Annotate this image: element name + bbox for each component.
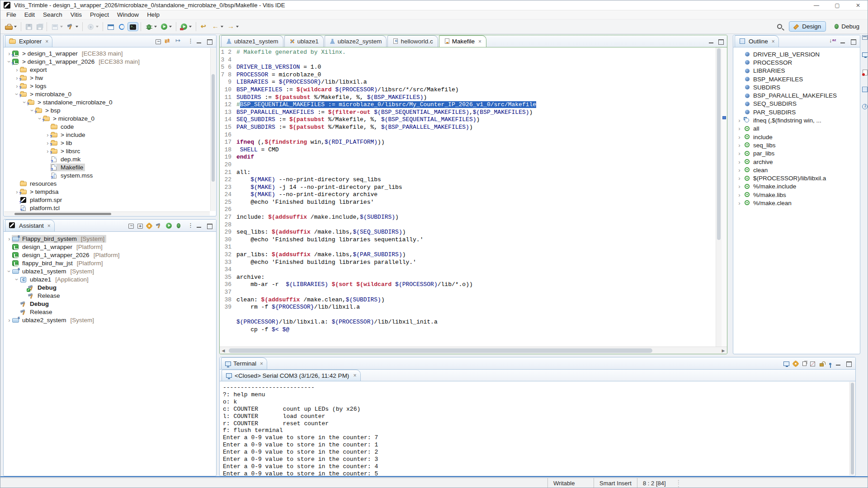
tree-item-flappy-bird-hw-jst[interactable]: ›flappy_bird_hw_jst[Platform] [4,259,210,267]
expander-icon[interactable]: › [7,269,12,274]
outline-item-subdirs[interactable]: ›SUBDIRS [734,83,859,91]
tree-item-microblaze-0[interactable]: ›> microblaze_0 [4,90,210,98]
menu-file[interactable]: File [2,10,20,19]
maximize-icon[interactable] [850,38,857,44]
dropdown-caret-icon[interactable] [96,26,99,28]
expander-icon[interactable]: › [14,277,19,282]
maximize-window-button[interactable]: ▢ [827,0,848,10]
debug-icon[interactable] [177,223,180,228]
close-window-button[interactable]: ✕ [848,0,868,10]
explorer-horizontal-scrollbar[interactable] [4,211,210,216]
tree-item-design-1-wrapper[interactable]: ›> design_1_wrapper[ECE383 main] [4,49,210,57]
outline-item-all[interactable]: ›all [734,125,859,133]
close-icon[interactable]: × [772,38,775,45]
run-button[interactable] [159,22,173,31]
design-perspective-button[interactable]: Design [789,22,826,31]
editor-tab-ublaze1[interactable]: ublaze1 [284,35,324,47]
scroll-left-arrow-icon[interactable]: ◀ [220,348,227,353]
minimize-icon[interactable] [840,38,846,44]
open-terminal-icon[interactable] [783,361,789,366]
outline-item-archive[interactable]: ›archive [734,158,859,166]
maximize-icon[interactable] [845,360,852,366]
menu-project[interactable]: Project [86,10,113,19]
sort-icon[interactable] [829,38,836,44]
dropdown-caret-icon[interactable] [75,26,78,28]
terminal-output[interactable]: -------------------------- ?: help menu … [220,382,849,475]
tree-item-dep-mk[interactable]: ›dep.mk [4,155,210,163]
tree-item-hw[interactable]: ›> hw [4,74,210,82]
editor-code-area[interactable]: # Makefile generated by Xilinx. DRIVER_L… [234,47,716,347]
strip-problems-view-icon[interactable] [861,69,868,76]
terminal-vertical-scrollbar[interactable] [849,382,855,475]
editor-tab-ublaze1-system[interactable]: ublaze1_system [221,35,283,47]
terminal-tab[interactable]: Terminal × [221,357,267,369]
close-icon[interactable]: × [478,38,481,45]
outline-item-processor[interactable]: ›PROCESSOR [734,58,859,66]
console-view-button[interactable] [106,23,116,31]
save-button[interactable] [24,22,34,31]
view-menu-icon[interactable] [185,38,192,44]
expander-icon[interactable]: › [737,135,742,140]
outline-item-par-libs[interactable]: ›par_libs [734,150,859,158]
build-button[interactable] [65,22,80,31]
save-all-button[interactable] [35,22,44,31]
expander-icon[interactable]: › [737,126,742,131]
collapse-all-icon[interactable] [156,39,161,44]
tree-item-debug[interactable]: ›Debug [4,300,210,308]
outline-item-make-libs[interactable]: ›%/make.libs [734,191,859,199]
dropdown-caret-icon[interactable] [189,26,192,28]
outline-item-seq-subdirs[interactable]: ›SEQ_SUBDIRS [734,100,859,108]
focus-icon[interactable] [175,38,182,44]
outline-item-ifneq-findstring-win[interactable]: ›ifneq (,$(findstring win, ... [734,116,859,124]
strip-properties-view-icon[interactable] [861,86,868,94]
assistant-tab[interactable]: Assistant × [5,220,55,231]
expander-icon[interactable]: › [737,176,742,181]
collapse-all-icon[interactable] [128,224,134,229]
menu-window[interactable]: Window [113,10,143,19]
tree-item-platform-spr[interactable]: ›platform.spr [4,196,210,204]
settings-icon[interactable] [793,361,798,366]
dropdown-caret-icon[interactable] [169,26,172,28]
tree-item-code[interactable]: ›code [4,122,210,131]
tree-item-tempdsa[interactable]: ›> tempdsa [4,188,210,196]
menu-edit[interactable]: Edit [20,10,39,19]
expander-icon[interactable]: › [737,143,742,148]
view-menu-icon[interactable] [185,222,192,229]
strip-info-view-icon[interactable] [861,103,868,111]
external-tools-button[interactable] [179,22,193,31]
minimize-window-button[interactable]: — [806,0,827,10]
tree-item-release[interactable]: ›Release [4,308,210,316]
outline-item-bsp-parallel-makefiles[interactable]: ›BSP_PARALLEL_MAKEFILES [734,91,859,99]
tree-item-design-1-wrapper[interactable]: ›design_1_wrapper[Platform] [4,243,210,251]
serial-session-tab[interactable]: <Closed> Serial COM3 (3/1/26, 11:42 PM) … [222,370,361,381]
outline-item-make-clean[interactable]: ›%/make.clean [734,199,859,207]
clear-icon[interactable] [810,361,815,366]
copy-icon[interactable] [802,361,807,366]
build-icon[interactable] [156,222,162,229]
close-icon[interactable]: × [47,223,51,229]
outline-item-clean[interactable]: ›clean [734,166,859,174]
minimize-icon[interactable] [196,38,203,44]
editor-overview-ruler[interactable] [722,47,727,347]
tree-item-export[interactable]: ›export [4,66,210,74]
tree-item-lib[interactable]: ›> lib [4,139,210,147]
close-icon[interactable]: × [353,372,356,379]
dropdown-caret-icon[interactable] [60,26,63,28]
sdk-terminal-button[interactable] [128,23,138,31]
tree-item-bsp[interactable]: ›> bsp [4,106,210,114]
tree-item-release[interactable]: ›Release [4,291,210,300]
dropdown-caret-icon[interactable] [236,26,239,28]
maximize-icon[interactable] [206,222,213,229]
debug-perspective-button[interactable]: Debug [830,22,864,31]
expander-icon[interactable]: › [737,192,742,197]
scroll-right-arrow-icon[interactable]: ▶ [720,348,727,353]
menu-search[interactable]: Search [39,10,66,19]
expander-icon[interactable]: › [7,318,12,323]
editor-vertical-scrollbar[interactable] [716,47,722,347]
tree-item-logs[interactable]: ›> logs [4,82,210,90]
close-icon[interactable]: × [45,38,48,45]
outline-item-libraries[interactable]: ›LIBRARIES [734,67,859,75]
editor-tab-makefile[interactable]: Makefile× [439,35,486,47]
launch-button[interactable] [85,22,100,31]
last-edit-location-button[interactable] [199,22,209,31]
